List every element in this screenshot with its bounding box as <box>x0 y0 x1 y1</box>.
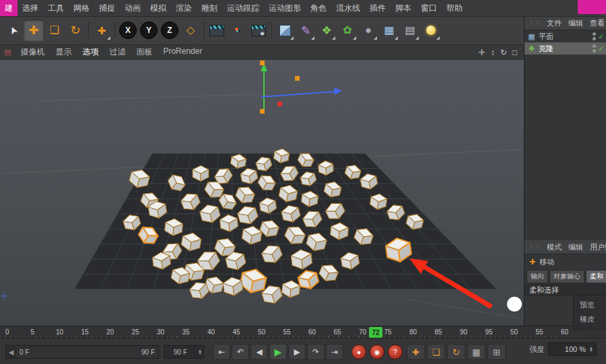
popup-item-橡皮[interactable]: 橡皮 <box>580 314 606 324</box>
frame-range-slider[interactable]: ◀ 0 F 90 F <box>5 345 159 359</box>
viewport-zoom-icon[interactable]: ↕ <box>491 48 495 57</box>
gizmo-handle[interactable] <box>260 109 265 114</box>
key-pla-button[interactable]: ⊞ <box>487 344 506 360</box>
menu-item-动画[interactable]: 动画 <box>120 3 145 14</box>
scene-camera-button[interactable]: ▤ <box>400 20 420 41</box>
strength-steppers[interactable]: ▲▼ <box>588 347 595 352</box>
lock-z-axis-button[interactable]: Z <box>160 20 180 41</box>
viewport-rotate-icon[interactable]: ↻ <box>500 48 507 57</box>
enabled-check-icon[interactable]: ✓ <box>599 45 604 52</box>
attribute-tab-柔和[interactable]: 柔和 <box>586 270 606 283</box>
menu-item-网格[interactable]: 网格 <box>69 3 94 14</box>
key-parameter-button[interactable]: ▦ <box>467 344 485 360</box>
am-menu-用户数据[interactable]: 用户数据 <box>590 242 606 252</box>
om-menu-文件[interactable]: 文件 <box>547 18 562 28</box>
visibility-dots[interactable] <box>593 32 596 40</box>
spinner-steppers[interactable]: ▲▼ <box>197 349 203 355</box>
timeline-ruler[interactable]: 72 0510152025303540455055606570758085909… <box>0 326 606 338</box>
visibility-dot-editor[interactable] <box>593 44 596 48</box>
goto-start-button[interactable]: ⇤ <box>213 344 230 360</box>
play-button[interactable]: ▶ <box>269 344 287 360</box>
prev-frame-button[interactable]: ◀ <box>250 344 268 360</box>
lock-y-axis-button[interactable]: Y <box>139 20 159 41</box>
visibility-dot-render[interactable] <box>593 49 596 52</box>
gizmo-handle[interactable] <box>295 76 300 81</box>
autokey-button[interactable]: ◉ <box>370 344 384 359</box>
viewport-menu-icon[interactable]: ▤ <box>0 48 15 57</box>
viewport-menu-选项[interactable]: 选项 <box>77 46 104 58</box>
viewport-menu-显示[interactable]: 显示 <box>50 46 77 58</box>
viewport[interactable] <box>0 59 524 326</box>
keying-help-button[interactable]: ? <box>388 344 403 359</box>
menu-item-模拟[interactable]: 模拟 <box>145 3 171 14</box>
primitive-cube-button[interactable] <box>275 20 295 41</box>
viewport-menu-摄像机[interactable]: 摄像机 <box>15 46 50 58</box>
gizmo-handle[interactable] <box>260 61 265 65</box>
object-row-平面[interactable]: ▦平面✓ <box>525 30 606 42</box>
visibility-dot-render[interactable] <box>593 37 596 40</box>
scene-light-button[interactable] <box>421 20 441 41</box>
lock-x-axis-button[interactable]: X <box>118 20 138 41</box>
mograph-cloner-button[interactable]: ❖ <box>316 20 337 41</box>
last-used-tool-button[interactable]: ✚ <box>92 20 112 41</box>
menu-item-选择[interactable]: 选择 <box>18 3 43 14</box>
menu-item-窗口[interactable]: 窗口 <box>416 3 442 14</box>
enabled-check-icon[interactable]: ✓ <box>599 33 604 40</box>
render-picture-viewer-button[interactable] <box>228 20 248 41</box>
menu-item-工具[interactable]: 工具 <box>43 3 69 14</box>
visibility-dot-editor[interactable] <box>593 32 596 36</box>
pen-spline-button[interactable]: ✎ <box>296 20 316 41</box>
viewport-menu-面板[interactable]: 面板 <box>131 46 158 58</box>
floor-grid-button[interactable]: ▦ <box>379 20 399 41</box>
range-left-arrow[interactable]: ◀ <box>6 349 16 356</box>
key-position-button[interactable]: ✚ <box>407 344 425 360</box>
render-view-button[interactable] <box>207 20 227 41</box>
strength-field[interactable]: 100 % ▲▼ <box>548 342 597 356</box>
viewport-toggle-icon[interactable]: □ <box>512 48 517 57</box>
record-keyframe-button[interactable]: ● <box>351 344 366 359</box>
next-frame-button[interactable]: ▶ <box>288 344 306 360</box>
prev-key-button[interactable]: ↶ <box>232 344 249 360</box>
attribute-tab-轴向[interactable]: 轴向 <box>527 270 548 283</box>
visibility-dots[interactable] <box>593 44 596 52</box>
menu-item-角色[interactable]: 角色 <box>306 3 331 14</box>
menubar: 建 选择工具网格捕捉动画模拟渲染雕刻运动跟踪运动图形角色流水线插件脚本窗口帮助 <box>0 0 606 17</box>
scale-tool-button[interactable]: ❏ <box>44 20 65 41</box>
menu-item-雕刻[interactable]: 雕刻 <box>197 3 222 14</box>
goto-end-button[interactable]: ⇥ <box>326 344 343 360</box>
timeline-playhead[interactable]: 72 <box>369 327 382 338</box>
loop-button[interactable]: ↷ <box>307 344 325 360</box>
menu-item-运动图形[interactable]: 运动图形 <box>264 3 306 14</box>
deformer-button[interactable]: ● <box>358 20 378 41</box>
effector-button[interactable]: ✿ <box>337 20 358 41</box>
am-menu-模式[interactable]: 模式 <box>547 242 562 252</box>
menu-item-运动跟踪[interactable]: 运动跟踪 <box>222 3 264 14</box>
key-scale-button[interactable]: ❏ <box>427 344 445 360</box>
gizmo-handle-red[interactable] <box>277 102 282 106</box>
object-row-克隆[interactable]: ❖克隆✓ <box>525 42 606 54</box>
viewport-menu-ProRender[interactable]: ProRender <box>158 46 207 58</box>
render-settings-button[interactable] <box>248 20 269 41</box>
popup-item-预览[interactable]: 预览 <box>580 300 606 310</box>
am-menu-编辑[interactable]: 编辑 <box>568 242 583 252</box>
range-track[interactable]: 0 F 90 F <box>16 346 158 358</box>
viewport-menu-过滤[interactable]: 过滤 <box>104 46 131 58</box>
om-menu-编辑[interactable]: 编辑 <box>568 18 583 28</box>
key-rotation-button[interactable]: ↻ <box>447 344 465 360</box>
viewport-pan-icon[interactable]: ✛ <box>479 48 485 57</box>
attribute-tab-对象轴心[interactable]: 对象轴心 <box>549 270 584 283</box>
live-selection-button[interactable]: ➤ <box>3 20 23 41</box>
coordinate-system-button[interactable]: ◇ <box>180 20 201 41</box>
move-tool-button[interactable]: ✚ <box>24 20 44 41</box>
menu-item-插件[interactable]: 插件 <box>365 3 391 14</box>
rotate-tool-button[interactable]: ↻ <box>65 20 86 41</box>
menu-item-渲染[interactable]: 渲染 <box>171 3 197 14</box>
menu-item-流水线[interactable]: 流水线 <box>331 3 365 14</box>
om-menu-查看[interactable]: 查看 <box>590 18 605 28</box>
ruler-label: 40 <box>207 328 215 336</box>
end-frame-spinner[interactable]: 90 F ▲▼ <box>164 345 204 359</box>
menu-item-脚本[interactable]: 脚本 <box>391 3 416 14</box>
menu-item-帮助[interactable]: 帮助 <box>442 3 467 14</box>
menu-item-捕捉[interactable]: 捕捉 <box>94 3 120 14</box>
ruler-label: 10 <box>56 328 63 336</box>
